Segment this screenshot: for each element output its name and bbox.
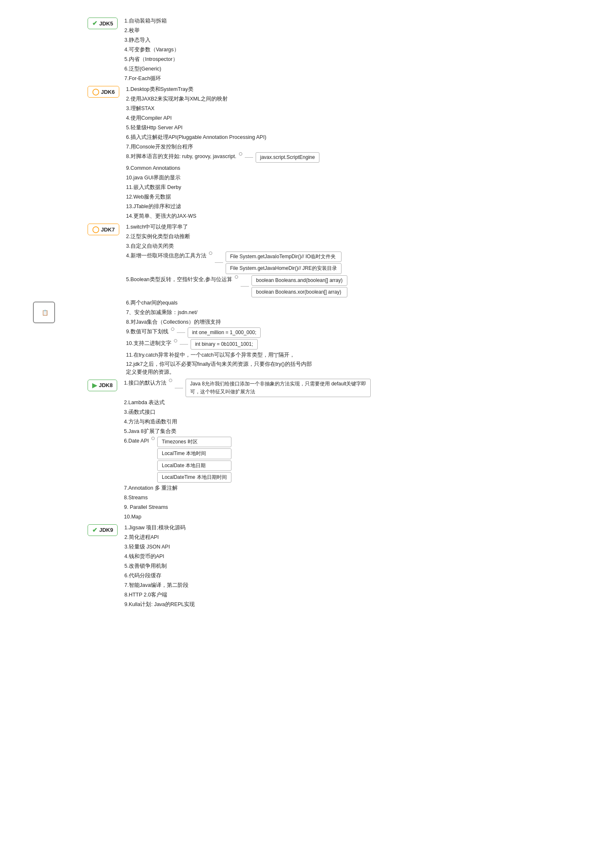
list-item: 5.Boolean类型反转，空指针安全,参与位运算boolean Boolean… [126,275,347,297]
play-green-icon: ▶ [92,382,97,389]
item-text: 7.Annotation 多 重注解 [124,484,178,492]
item-text: 14.更简单、更强大的JAX-WS [126,212,196,220]
list-item: 3.自定义自动关闭类 [126,242,347,250]
item-text: 1.switch中可以使用字串了 [126,223,188,231]
sub-branch-wrap: 10.支持二进制文字int binary = 0b1001_1001; [126,339,258,350]
item-text: 6.代码分段缓存 [124,571,161,580]
item-text: 11.在try.catch异常补捉中，一个catch可以写多个异常类型，用"|"… [126,351,295,359]
item-text: 11.嵌入式数据库 Derby [126,183,181,191]
list-item: 7、安全的加减乘除：jsdn.net/ [126,308,347,317]
item-text: 13.JTable的排序和过滤 [126,202,181,211]
jdk-node-wrap-jdk8: ▶JDK8 [88,379,117,391]
item-text: 2.泛型实例化类型自动推断 [126,232,190,241]
item-text: 7、安全的加减乘除：jsdn.net/ [126,308,197,317]
item-text: 3.函数式接口 [124,408,155,416]
list-item: 6.泛型(Generic) [124,65,179,73]
branch-circle-connector [209,252,212,255]
connector-line [215,262,223,263]
list-item: 7.智能Java编译，第二阶段 [124,581,195,589]
sub-item-box: Timezones 时区 [157,437,231,447]
sub-item-box: LocalDateTime 本地日期时间 [157,472,231,483]
list-item: 3.静态导入 [124,36,179,44]
list-item: 7.Annotation 多 重注解 [124,484,371,492]
item-text: 2.使用JAXB2来实现对象与XML之间的映射 [126,95,227,103]
item-text: 1.Desktop类和SystemTray类 [126,85,193,93]
list-item: 4.可变参数（Varargs） [124,45,179,54]
mind-map-root: 📋 ✔JDK51.自动装箱与拆箱2.枚举3.静态导入4.可变参数（Varargs… [8,8,592,617]
list-item: 11.嵌入式数据库 Derby [126,183,319,191]
item-text: 10.Map [124,513,141,521]
list-item: 13.JTable的排序和过滤 [126,202,319,211]
list-item: 10.Map [124,513,371,521]
jdk-node-jdk5[interactable]: ✔JDK5 [88,18,118,29]
connector-line [180,344,188,345]
list-item: 2.Lambda 表达式 [124,398,371,407]
item-text: 6.泛型(Generic) [124,65,161,73]
item-text: 3.轻量级 JSON API [124,543,170,551]
item-text: 6.两个char间的equals [126,299,178,307]
sub-branch-wrap: 6.Date APITimezones 时区LocalTime 本地时间Loca… [124,437,231,483]
jdk-node-jdk9[interactable]: ✔JDK9 [88,524,118,536]
list-item: 9.数值可加下划线int one_million = 1_000_000; [126,327,347,338]
branch-jdk7: ◯JDK71.switch中可以使用字串了2.泛型实例化类型自动推断3.自定义自… [88,223,371,376]
list-item: 5.改善锁争用机制 [124,562,195,570]
list-item: 5.轻量级Http Server API [126,123,319,132]
item-text: 3.自定义自动关闭类 [126,242,173,250]
item-text: 1.自动装箱与拆箱 [124,17,166,25]
sub-branch-wrap: 9.数值可加下划线int one_million = 1_000_000; [126,327,261,338]
items-col-jdk5: 1.自动装箱与拆箱2.枚举3.静态导入4.可变参数（Varargs）5.内省（I… [124,17,179,83]
list-item: 1.switch中可以使用字串了 [126,223,347,231]
item-text: 7.For-Each循环 [124,74,161,83]
list-item: 8.Streams [124,493,371,502]
item-text: 5.Java 8扩展了集合类 [124,427,176,435]
jdk-node-jdk7[interactable]: ◯JDK7 [88,224,119,235]
list-item: 9.Kulla计划: Java的REPL实现 [124,600,195,609]
list-item: 6.两个char间的equals [126,299,347,307]
sub-nodes: boolean Booleans.and(boolean[] array)boo… [251,275,347,297]
sub-item-box: LocalDate 本地日期 [157,460,231,471]
item-text: 4.钱和货币的API [124,552,164,561]
list-item: 6.Date APITimezones 时区LocalTime 本地时间Loca… [124,437,371,483]
jdk-label-jdk7: JDK7 [101,226,115,233]
item-text: 7.智能Java编译，第二阶段 [124,581,188,589]
check-green-icon: ✔ [92,526,98,534]
item-text: 9. Parallel Streams [124,503,168,511]
list-item: 1.Desktop类和SystemTray类 [126,85,319,93]
connector-line [177,332,185,333]
list-item: 3.理解STAX [126,104,319,113]
sub-nodes: int one_million = 1_000_000; [188,327,261,338]
connector-line [245,157,253,158]
list-item: 12.jdk7之后，你可以不必要写finally语句来关闭资源，只要你在try(… [126,360,347,376]
jdk-node-jdk6[interactable]: ◯JDK6 [88,86,119,98]
list-item: 10.java GUI界面的显示 [126,174,319,182]
sub-branch-wrap: 5.Boolean类型反转，空指针安全,参与位运算boolean Boolean… [126,275,347,297]
sub-nodes: Java 8允许我们给接口添加一个非抽象的方法实现，只需要使用 default关… [186,379,371,397]
item-text: 9.数值可加下划线 [126,327,168,336]
branch-circle-connector [235,275,238,279]
item-text: 8.HTTP 2.0客户端 [124,591,167,599]
jdk-node-wrap-jdk9: ✔JDK9 [88,523,118,536]
item-text: 6.Date API [124,437,149,445]
item-text: 4.方法与构造函数引用 [124,418,177,426]
item-text: 7.用Console开发控制台程序 [126,143,193,151]
sub-item-box: LocalTime 本地时间 [157,448,231,459]
item-text: 8.对Java集合（Collections）的增强支持 [126,318,221,326]
branch-jdk8: ▶JDK81.接口的默认方法Java 8允许我们给接口添加一个非抽象的方法实现，… [88,379,371,521]
branch-circle-connector [171,327,174,331]
jdk-node-jdk8[interactable]: ▶JDK8 [88,380,117,391]
sub-item-box: int one_million = 1_000_000; [188,327,261,338]
item-text: 5.Boolean类型反转，空指针安全,参与位运算 [126,275,232,284]
item-text: 12.Web服务元数据 [126,193,171,201]
item-text: 8.Streams [124,493,148,502]
central-node-area: 📋 [13,302,75,323]
item-text: 10.java GUI界面的显示 [126,174,181,182]
jdk-label-jdk9: JDK9 [99,527,113,533]
item-text: 1.接口的默认方法 [124,379,166,387]
sub-item-box: Java 8允许我们给接口添加一个非抽象的方法实现，只需要使用 default关… [186,379,371,397]
list-item: 12.Web服务元数据 [126,193,319,201]
item-text: 5.轻量级Http Server API [126,123,183,132]
jdk-node-wrap-jdk5: ✔JDK5 [88,17,118,29]
list-item: 14.更简单、更强大的JAX-WS [126,212,319,220]
branch-circle-connector [239,152,242,156]
sub-branch-wrap: 4.新增一些取环境信息的工具方法File System.getJavaIoTem… [126,252,341,274]
